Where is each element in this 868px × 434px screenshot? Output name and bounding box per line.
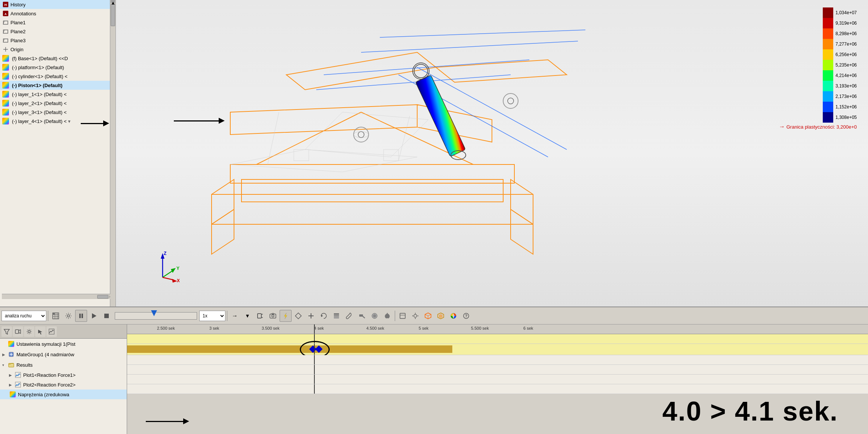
naprezenia-arrow: [146, 418, 189, 424]
sidebar-item-history[interactable]: H History: [0, 0, 116, 9]
tree-item-plot2[interactable]: ▶ Plot2<Reaction Force2>: [0, 380, 127, 390]
horizontal-scrollbar[interactable]: ›: [2, 294, 110, 299]
svg-rect-66: [258, 314, 261, 318]
camera-btn[interactable]: [267, 310, 279, 322]
yield-strength-label: → Granica plastyczności: 3,200e+0: [779, 123, 857, 130]
wrench-btn[interactable]: [343, 310, 355, 322]
svg-text:X: X: [177, 278, 179, 283]
piston-icon: [2, 82, 9, 89]
tree-item-mategroup[interactable]: ▶ MateGroup1 (4 nadmiarów: [0, 349, 127, 360]
tool-dropdown-btn[interactable]: ▾: [241, 310, 253, 322]
table-btn[interactable]: [50, 310, 62, 322]
track-plot2[interactable]: [127, 375, 868, 384]
record-btn[interactable]: [254, 310, 266, 322]
layer3-icon: [2, 109, 9, 116]
sidebar-item-cylinder-label: (-) cylinder<1> (Default) <: [12, 74, 67, 79]
svg-rect-62: [79, 314, 81, 318]
mategroup-icon: [7, 351, 15, 358]
track-mategroup[interactable]: [127, 344, 868, 355]
piston-arrow-annotation: [174, 118, 225, 124]
timeline-tree-panel: Ustawienia symulacji 1(Pist ▶ MateGroup1…: [0, 324, 127, 434]
settings-btn[interactable]: [62, 310, 74, 322]
tree-item-results-label: Results: [16, 362, 33, 368]
pause-btn[interactable]: [75, 310, 87, 322]
tree-item-results[interactable]: ▾ Results: [0, 360, 127, 370]
tree-expand-results[interactable]: ▾: [2, 363, 7, 367]
apple-btn[interactable]: [381, 310, 393, 322]
sidebar-item-layer2-label: (-) layer_2<1> (Default) <: [12, 101, 67, 106]
time-mark-3: 3.500 sek: [262, 326, 280, 330]
tree-expand-plot2[interactable]: ▶: [9, 383, 14, 387]
svg-line-90: [425, 314, 428, 316]
sidebar-item-piston[interactable]: (-) Piston<1> (Default): [0, 81, 116, 90]
sidebar-item-plane1[interactable]: Plane1: [0, 18, 116, 27]
sidebar-item-base[interactable]: (f) Base<1> (Default) <<D: [0, 54, 116, 63]
cube-btn[interactable]: [422, 310, 434, 322]
stop-btn[interactable]: [101, 310, 113, 322]
sidebar-item-layer2[interactable]: (-) layer_2<1> (Default) <: [0, 99, 116, 108]
svg-rect-37: [416, 75, 466, 157]
time-cursor-3: [314, 355, 315, 364]
color-legend: 1,034e+07 9,319e+06 8,298e+06 7,277e+06 …: [823, 7, 857, 123]
graph-btn[interactable]: [46, 326, 57, 337]
sidebar-item-layer1[interactable]: (-) layer_1<1> (Default) <: [0, 90, 116, 99]
lightning-btn[interactable]: [280, 310, 292, 322]
motion-analysis-select[interactable]: analiza ruchu: [1, 311, 46, 321]
legend-val-2: 1,152e+06: [835, 102, 857, 112]
h-scrollbar-thumb[interactable]: [97, 295, 108, 299]
track-plot1[interactable]: [127, 365, 868, 375]
track-naprezenia[interactable]: [127, 384, 868, 394]
plus-btn[interactable]: [305, 310, 317, 322]
gear-small-btn[interactable]: [24, 326, 34, 337]
plot2-icon: [14, 381, 22, 388]
sidebar-item-layer4[interactable]: (-) layer_4<1> (Default) < ▾: [0, 117, 116, 126]
track-simulation[interactable]: [127, 334, 868, 344]
tree-item-plot1[interactable]: ▶ Plot1<Reaction Force1>: [0, 370, 127, 380]
tree-item-plot2-label: Plot2<Reaction Force2>: [23, 382, 76, 388]
filter-btn[interactable]: [1, 326, 12, 337]
sidebar-item-layer3[interactable]: (-) layer_3<1> (Default) <: [0, 108, 116, 117]
legend-seg-10: [823, 18, 833, 28]
svg-rect-63: [81, 314, 83, 318]
sidebar-item-annotations[interactable]: A Annotations: [0, 9, 116, 18]
tree-item-naprezenia[interactable]: Naprężenia (zredukowa: [0, 390, 127, 399]
base-icon: [2, 55, 9, 62]
tree-expand-plot1[interactable]: ▶: [9, 373, 14, 377]
circle-btn[interactable]: [369, 310, 381, 322]
sidebar-item-cylinder[interactable]: (-) cylinder<1> (Default) <: [0, 72, 116, 81]
scrollbar-thumb[interactable]: [111, 4, 115, 26]
unknown-btn[interactable]: ?: [460, 310, 472, 322]
step-forward-btn[interactable]: →: [229, 310, 241, 322]
sidebar-item-origin[interactable]: Origin: [0, 45, 116, 54]
speed-select[interactable]: 1x: [199, 311, 225, 321]
tree-expand-mate[interactable]: ▶: [2, 353, 7, 357]
results-icon: [7, 361, 15, 369]
render-btn[interactable]: [435, 310, 447, 322]
scrollbar-up-arrow[interactable]: ▲: [111, 0, 115, 3]
colorize-btn[interactable]: [447, 310, 459, 322]
view-btn[interactable]: [397, 310, 409, 322]
sidebar-item-plane2-label: Plane2: [10, 29, 25, 34]
config-btn[interactable]: [409, 310, 421, 322]
diamond-btn[interactable]: [292, 310, 304, 322]
origin-icon: [2, 46, 9, 53]
plane1-icon: [2, 19, 9, 26]
layer2-icon: [2, 100, 9, 107]
sidebar-item-plane2[interactable]: Plane2: [0, 27, 116, 36]
sidebar-scrollbar[interactable]: ▲ ›: [110, 0, 116, 307]
sidebar-item-layer1-label: (-) layer_1<1> (Default) <: [12, 92, 67, 97]
track-results[interactable]: [127, 355, 868, 365]
timeline-slider[interactable]: [115, 312, 197, 320]
camera-record-btn[interactable]: [13, 326, 23, 337]
loop-btn[interactable]: [318, 310, 330, 322]
bottom-area: analiza ruchu: [0, 307, 868, 434]
sidebar-item-base-label: (f) Base<1> (Default) <<D: [12, 56, 68, 61]
viewport[interactable]: Z Y X: [116, 0, 868, 307]
hammer-btn[interactable]: [356, 310, 368, 322]
stack-btn[interactable]: [330, 310, 342, 322]
play-btn[interactable]: [88, 310, 100, 322]
select-filter-btn[interactable]: [35, 326, 46, 337]
sidebar-item-platform[interactable]: (-) platform<1> (Default): [0, 63, 116, 72]
sidebar-item-plane3[interactable]: Plane3: [0, 36, 116, 45]
tree-item-simulation[interactable]: Ustawienia symulacji 1(Pist: [0, 339, 127, 349]
